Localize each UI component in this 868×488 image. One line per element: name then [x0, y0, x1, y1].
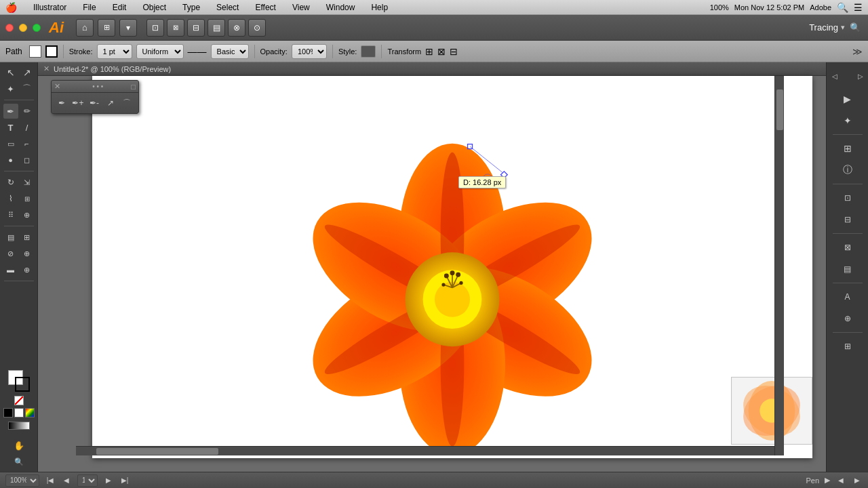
- transform-btn[interactable]: ⊡: [146, 19, 164, 37]
- tab-close-btn[interactable]: ✕: [43, 64, 50, 73]
- curvature-btn[interactable]: ⌒: [119, 96, 134, 110]
- type-tool-btn[interactable]: T: [3, 120, 18, 135]
- graph-btn[interactable]: ⠿: [3, 207, 18, 222]
- arrange-btn[interactable]: ⊞: [98, 19, 115, 37]
- add-anchor-btn[interactable]: ✒+: [71, 96, 85, 110]
- magic-wand-btn[interactable]: ✦: [3, 81, 18, 96]
- menu-item-edit[interactable]: Edit: [110, 3, 130, 12]
- zoom-btn[interactable]: ⊕: [20, 262, 35, 277]
- gradient-swatch[interactable]: [8, 422, 30, 430]
- pen-tool-btn[interactable]: ✒: [3, 104, 18, 119]
- stroke-color-swatch[interactable]: [15, 377, 30, 392]
- canvas-area[interactable]: ✕ Untitled-2* @ 100% (RGB/Preview): [38, 62, 826, 472]
- gradient-btn[interactable]: ▤: [3, 230, 18, 245]
- rotate-btn[interactable]: ↻: [3, 175, 18, 190]
- selection-tool-btn[interactable]: ↖: [3, 65, 18, 80]
- direct-selection-tool-btn[interactable]: ↗: [20, 65, 35, 80]
- device-btn[interactable]: ▤: [208, 19, 225, 37]
- eyedropper-btn[interactable]: ⊘: [3, 246, 18, 261]
- panel-arrange-btn[interactable]: ⊠: [835, 238, 860, 257]
- horizontal-scrollbar[interactable]: [76, 446, 774, 455]
- panel-transform-btn[interactable]: ⊡: [835, 188, 860, 207]
- style-swatch[interactable]: [361, 45, 376, 58]
- blend-btn[interactable]: ⊕: [20, 246, 35, 261]
- stroke-width-select[interactable]: 1 pt: [97, 44, 132, 59]
- arrange-dropdown[interactable]: ▾: [119, 19, 137, 37]
- convert-anchor-btn[interactable]: ↗: [103, 96, 118, 110]
- hand-tool-btn[interactable]: ✋: [12, 438, 26, 453]
- menu-item-window[interactable]: Window: [323, 3, 358, 12]
- vertical-scroll-thumb[interactable]: [776, 89, 783, 130]
- status-arrow-left-btn[interactable]: ◀: [835, 475, 846, 486]
- vertical-scrollbar[interactable]: [774, 76, 784, 455]
- dash-style-select[interactable]: Basic: [211, 44, 249, 59]
- canvas-background[interactable]: [92, 76, 812, 458]
- transform-btn-path[interactable]: Transform: [387, 47, 421, 56]
- horizontal-scroll-thumb[interactable]: [96, 448, 218, 455]
- fill-swatch[interactable]: [29, 45, 41, 58]
- artboard-select[interactable]: 1: [77, 474, 98, 487]
- small-panel-maximize[interactable]: □: [131, 83, 136, 91]
- black-swatch[interactable]: [3, 408, 13, 418]
- panel-align-btn[interactable]: ⊞: [835, 337, 860, 356]
- small-panel-close[interactable]: ✕: [54, 82, 60, 91]
- panel-image-btn[interactable]: ⊟: [835, 210, 860, 229]
- menu-item-select[interactable]: Select: [214, 3, 241, 12]
- rectangle-btn[interactable]: ▭: [3, 136, 18, 151]
- panel-gradient-btn[interactable]: ▤: [835, 260, 860, 279]
- status-arrow-right-btn[interactable]: ▶: [852, 475, 863, 486]
- path-icon-2[interactable]: ⊠: [437, 46, 446, 57]
- lasso-btn[interactable]: ⌒: [20, 81, 35, 96]
- blob-brush-btn[interactable]: ●: [3, 152, 18, 167]
- scale-btn[interactable]: ⇲: [20, 175, 35, 190]
- pen-variant-btn[interactable]: ✒: [54, 96, 69, 110]
- symbol-btn[interactable]: ⊕: [20, 207, 35, 222]
- color-swatch[interactable]: [25, 408, 35, 418]
- window-minimize[interactable]: [19, 24, 27, 32]
- menu-item-view[interactable]: View: [290, 3, 313, 12]
- menu-item-effect[interactable]: Effect: [252, 3, 278, 12]
- panel-play-btn[interactable]: ▶: [835, 89, 860, 108]
- menu-item-illustrator[interactable]: Illustrator: [31, 3, 69, 12]
- status-play-btn[interactable]: ▶: [825, 476, 830, 485]
- none-icon[interactable]: [14, 396, 24, 405]
- zoom-select[interactable]: 100%: [5, 474, 39, 487]
- panel-info-btn[interactable]: ⓘ: [835, 161, 860, 180]
- panel-collapse-btn[interactable]: ≫: [852, 46, 863, 57]
- browser-btn[interactable]: ⊙: [248, 19, 266, 37]
- panel-char-btn[interactable]: A: [835, 287, 860, 306]
- menu-icon[interactable]: ☰: [854, 2, 863, 13]
- menu-item-type[interactable]: Type: [180, 3, 203, 12]
- stroke-type-select[interactable]: Uniform: [136, 44, 184, 59]
- paintbrush-btn[interactable]: ⌐: [20, 136, 35, 151]
- path-icon-3[interactable]: ⊟: [450, 46, 458, 57]
- stroke-swatch[interactable]: [45, 45, 58, 58]
- window-close[interactable]: [5, 24, 14, 32]
- link-btn[interactable]: ⊠: [167, 19, 184, 37]
- eraser-btn[interactable]: ◻: [20, 152, 35, 167]
- white-swatch[interactable]: [14, 408, 24, 418]
- search-icon[interactable]: 🔍: [837, 2, 848, 13]
- panel-stroke-btn[interactable]: ⊕: [835, 309, 860, 328]
- warp-btn[interactable]: ⌇: [3, 191, 18, 206]
- panel-star-btn[interactable]: ✦: [835, 111, 860, 130]
- free-transform-btn[interactable]: ⊞: [20, 191, 35, 206]
- nav-first-btn[interactable]: |◀: [45, 475, 56, 486]
- panel-grid-btn[interactable]: ⊞: [835, 139, 860, 158]
- tracing-dropdown-btn[interactable]: ▾: [841, 23, 845, 32]
- delete-anchor-btn[interactable]: ✒-: [87, 96, 102, 110]
- nav-prev-btn[interactable]: ◀: [61, 475, 72, 486]
- opacity-select[interactable]: 100%: [292, 44, 327, 59]
- screen-btn[interactable]: ⊟: [187, 19, 205, 37]
- ruler-btn[interactable]: ▬: [3, 262, 18, 277]
- mesh-btn[interactable]: ⊞: [20, 230, 35, 245]
- pencil-btn[interactable]: ✏: [20, 104, 35, 119]
- menu-item-object[interactable]: Object: [140, 3, 169, 12]
- line-tool-btn[interactable]: /: [20, 120, 35, 135]
- apple-menu[interactable]: 🍎: [5, 2, 17, 13]
- zoom-tool-btn[interactable]: 🔍: [12, 454, 26, 469]
- home-btn[interactable]: ⌂: [76, 19, 94, 37]
- menu-item-file[interactable]: File: [80, 3, 98, 12]
- share-btn[interactable]: ⊗: [228, 19, 245, 37]
- panel-right-arrow[interactable]: ▷: [848, 66, 869, 85]
